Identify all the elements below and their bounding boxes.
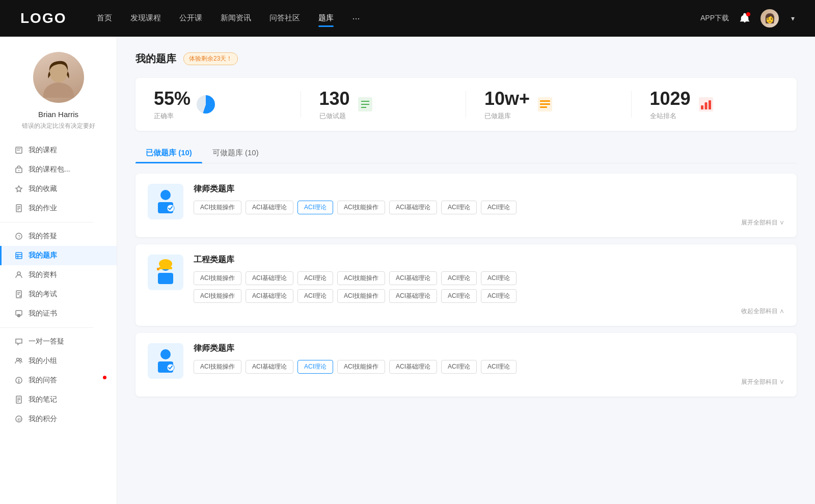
sidebar-item-qa[interactable]: ? 我的答疑 (0, 227, 117, 246)
nav-home[interactable]: 首页 (97, 13, 112, 24)
notification-bell[interactable] (739, 12, 750, 25)
qbank-expand-1[interactable]: 收起全部科目 ∧ (194, 307, 784, 316)
cert-icon (14, 309, 23, 318)
stat-accuracy-label: 正确率 (154, 111, 191, 121)
sidebar-item-profile[interactable]: 我的资料 (0, 265, 117, 285)
sidebar-item-group[interactable]: 我的小组 (0, 351, 117, 371)
qbank-body-0: 律师类题库 ACI技能操作 ACI基础理论 ACI理论 ACI技能操作 ACI基… (194, 184, 784, 227)
tab-available[interactable]: 可做题库 (10) (202, 143, 269, 163)
tag-2-4[interactable]: ACI基础理论 (389, 360, 437, 374)
qbank-card-0: 律师类题库 ACI技能操作 ACI基础理论 ACI理论 ACI技能操作 ACI基… (135, 174, 797, 237)
myqa-icon (14, 376, 23, 385)
sidebar-label-1on1: 一对一答疑 (29, 337, 64, 346)
tag-1-r2-1[interactable]: ACI基础理论 (246, 289, 293, 303)
sidebar-item-notes[interactable]: 我的笔记 (0, 390, 117, 409)
svg-rect-44 (540, 106, 547, 108)
tag-1-0[interactable]: ACI技能操作 (194, 271, 241, 285)
svg-point-26 (17, 358, 19, 361)
stat-accuracy-value: 55% (154, 88, 191, 109)
nav-public[interactable]: 公开课 (179, 13, 202, 24)
main-content: 我的题库 体验剩余23天！ 55% 正确率 130 已做试题 (117, 37, 815, 504)
qbank-tags-2: ACI技能操作 ACI基础理论 ACI理论 ACI技能操作 ACI基础理论 AC… (194, 360, 784, 374)
tag-1-r2-3[interactable]: ACI技能操作 (337, 289, 385, 303)
tag-1-r2-6[interactable]: ACI理论 (481, 289, 517, 303)
sidebar-label-bank: 我的题库 (29, 251, 57, 260)
tag-1-1[interactable]: ACI基础理论 (246, 271, 293, 285)
stat-done-value: 130 (319, 88, 350, 109)
tag-0-5[interactable]: ACI理论 (441, 201, 477, 214)
note-icon (14, 395, 23, 404)
tag-0-3[interactable]: ACI技能操作 (337, 201, 385, 214)
tag-1-3[interactable]: ACI技能操作 (337, 271, 385, 285)
homework-icon (14, 204, 23, 213)
sidebar-item-cert[interactable]: 我的证书 (0, 304, 117, 323)
stat-accuracy: 55% 正确率 (135, 88, 301, 121)
tag-0-4[interactable]: ACI基础理论 (389, 201, 437, 214)
tag-2-0[interactable]: ACI技能操作 (194, 360, 241, 374)
nav-bank[interactable]: 题库 (318, 13, 334, 24)
stat-done-questions: 130 已做试题 (301, 88, 467, 121)
nav-qa[interactable]: 问答社区 (269, 13, 300, 24)
svg-rect-46 (701, 105, 703, 109)
tab-done[interactable]: 已做题库 (10) (135, 143, 202, 163)
svg-rect-53 (158, 273, 173, 284)
sidebar-label-package: 我的课程包... (29, 165, 70, 174)
sidebar-item-bank[interactable]: 我的题库 (0, 246, 117, 265)
tag-0-6[interactable]: ACI理论 (481, 201, 517, 214)
page-header: 我的题库 体验剩余23天！ (135, 52, 797, 66)
qbank-expand-2[interactable]: 展开全部科目 ∨ (194, 378, 784, 386)
divider-2 (0, 327, 93, 328)
sidebar-item-homework[interactable]: 我的作业 (0, 199, 117, 218)
main-layout: Brian Harris 错误的决定比没有决定要好 我的课程 我的课程包... (0, 0, 815, 504)
sidebar-label-group: 我的小组 (29, 356, 57, 366)
tag-1-r2-0[interactable]: ACI技能操作 (194, 289, 241, 303)
tag-2-2[interactable]: ACI理论 (297, 360, 333, 374)
tag-1-4[interactable]: ACI基础理论 (389, 271, 437, 285)
sidebar-item-myqa[interactable]: 我的问答 (0, 371, 117, 390)
qbank-expand-0[interactable]: 展开全部科目 ∨ (194, 218, 784, 227)
tag-0-1[interactable]: ACI基础理论 (246, 201, 293, 214)
qa-badge (103, 376, 106, 379)
nav-discover[interactable]: 发现课程 (130, 13, 161, 24)
svg-point-27 (19, 358, 21, 360)
sidebar-label-course: 我的课程 (29, 146, 57, 155)
tag-1-2[interactable]: ACI理论 (297, 271, 333, 285)
qbank-icon-1 (148, 255, 183, 290)
tag-1-6[interactable]: ACI理论 (481, 271, 517, 285)
tag-1-r2-4[interactable]: ACI基础理论 (389, 289, 437, 303)
sidebar-item-exam[interactable]: 我的考试 (0, 285, 117, 304)
sidebar-item-package[interactable]: 我的课程包... (0, 160, 117, 179)
stat-banks-label: 已做题库 (484, 111, 530, 121)
sidebar-item-favorites[interactable]: 我的收藏 (0, 179, 117, 199)
svg-rect-14 (16, 253, 22, 259)
user-menu-chevron[interactable]: ▾ (791, 14, 795, 22)
sidebar-item-1on1[interactable]: 一对一答疑 (0, 332, 117, 351)
user-avatar[interactable]: 👩 (760, 9, 779, 27)
nav-more[interactable]: ··· (352, 13, 360, 24)
logo: LOGO (20, 10, 66, 26)
tag-1-r2-5[interactable]: ACI理论 (441, 289, 477, 303)
stat-done-label: 已做试题 (319, 111, 350, 121)
tag-0-0[interactable]: ACI技能操作 (194, 201, 241, 214)
sidebar-label-points: 我的积分 (29, 414, 57, 424)
tag-1-r2-2[interactable]: ACI理论 (297, 289, 333, 303)
user-name: Brian Harris (38, 110, 78, 119)
tag-0-2[interactable]: ACI理论 (297, 201, 333, 214)
app-download-button[interactable]: APP下载 (700, 14, 729, 23)
svg-rect-43 (540, 103, 550, 105)
user-motto: 错误的决定比没有决定要好 (22, 122, 95, 130)
sidebar-item-course[interactable]: 我的课程 (0, 141, 117, 160)
nav-news[interactable]: 新闻资讯 (221, 13, 251, 24)
svg-rect-42 (540, 100, 550, 102)
tag-2-1[interactable]: ACI基础理论 (246, 360, 293, 374)
svg-text:积: 积 (17, 417, 21, 422)
tag-2-5[interactable]: ACI理论 (441, 360, 477, 374)
stat-done-banks: 10w+ 已做题库 (466, 88, 632, 121)
sidebar-item-points[interactable]: 积 我的积分 (0, 409, 117, 429)
stat-banks-value: 10w+ (484, 88, 530, 109)
svg-rect-47 (704, 102, 707, 109)
svg-point-49 (160, 190, 171, 200)
tag-2-6[interactable]: ACI理论 (481, 360, 517, 374)
tag-1-5[interactable]: ACI理论 (441, 271, 477, 285)
tag-2-3[interactable]: ACI技能操作 (337, 360, 385, 374)
